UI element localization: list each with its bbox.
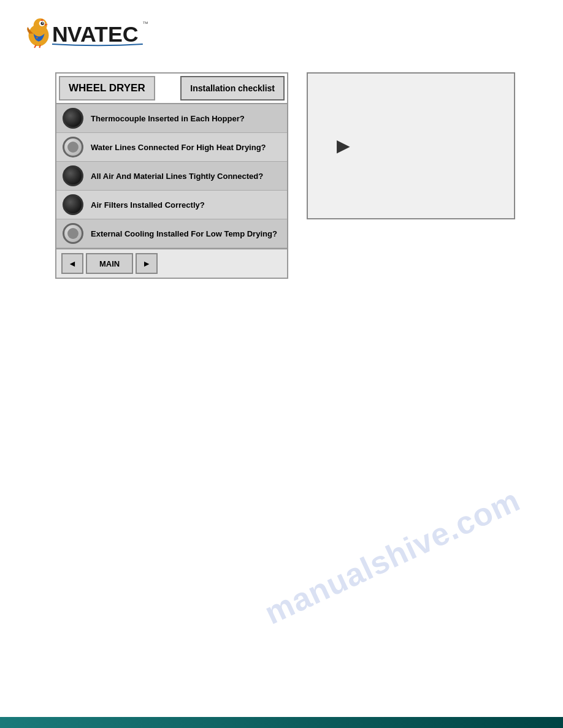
item-text-2: Water Lines Connected For High Heat Dryi… bbox=[91, 143, 266, 152]
svg-line-5 bbox=[34, 45, 36, 48]
main-button[interactable]: MAIN bbox=[86, 253, 133, 274]
item-text-4: Air Filters Installed Correctly? bbox=[91, 200, 205, 210]
watermark: manualshive.com bbox=[259, 481, 525, 631]
checklist-items: Thermocouple Inserted in Each Hopper? Wa… bbox=[56, 104, 287, 248]
indicator-5 bbox=[61, 222, 85, 245]
indicator-3 bbox=[61, 164, 85, 188]
svg-line-6 bbox=[39, 45, 40, 48]
bottom-bar bbox=[0, 717, 563, 728]
svg-point-7 bbox=[36, 37, 38, 39]
svg-point-4 bbox=[42, 23, 44, 24]
empty-indicator bbox=[63, 137, 83, 157]
next-button[interactable]: ► bbox=[136, 253, 158, 274]
play-icon[interactable]: ► bbox=[332, 133, 354, 159]
indicator-4 bbox=[61, 193, 85, 216]
list-item: Air Filters Installed Correctly? bbox=[56, 191, 287, 219]
list-item: Thermocouple Inserted in Each Hopper? bbox=[56, 104, 287, 133]
list-item: All Air And Material Lines Tightly Conne… bbox=[56, 162, 287, 191]
indicator-2 bbox=[61, 135, 85, 159]
navigation-bar: ◄ MAIN ► bbox=[56, 248, 287, 278]
svg-text:™: ™ bbox=[142, 20, 148, 27]
checklist-header: WHEEL DRYER Installation checklist bbox=[56, 74, 287, 104]
item-text-3: All Air And Material Lines Tightly Conne… bbox=[91, 172, 263, 181]
prev-button[interactable]: ◄ bbox=[61, 253, 83, 274]
filled-indicator bbox=[63, 165, 83, 186]
checklist-panel: WHEEL DRYER Installation checklist Therm… bbox=[55, 72, 288, 279]
svg-text:N: N bbox=[52, 22, 68, 47]
filled-indicator bbox=[63, 194, 83, 215]
logo-container: N VATEC ™ bbox=[18, 11, 153, 54]
filled-indicator bbox=[63, 108, 83, 129]
svg-text:VATEC: VATEC bbox=[67, 22, 139, 47]
wheel-dryer-title: WHEEL DRYER bbox=[59, 76, 155, 100]
item-text-5: External Cooling Installed For Low Temp … bbox=[91, 229, 277, 238]
empty-indicator bbox=[63, 223, 83, 244]
indicator-1 bbox=[61, 107, 85, 130]
installation-checklist-button[interactable]: Installation checklist bbox=[180, 76, 285, 100]
main-content: WHEEL DRYER Installation checklist Therm… bbox=[0, 60, 563, 279]
novatec-logo: N VATEC ™ bbox=[18, 11, 153, 54]
header: N VATEC ™ bbox=[0, 0, 563, 60]
item-text-1: Thermocouple Inserted in Each Hopper? bbox=[91, 114, 245, 123]
list-item: Water Lines Connected For High Heat Dryi… bbox=[56, 133, 287, 162]
video-panel: ► bbox=[307, 72, 515, 219]
list-item: External Cooling Installed For Low Temp … bbox=[56, 219, 287, 248]
